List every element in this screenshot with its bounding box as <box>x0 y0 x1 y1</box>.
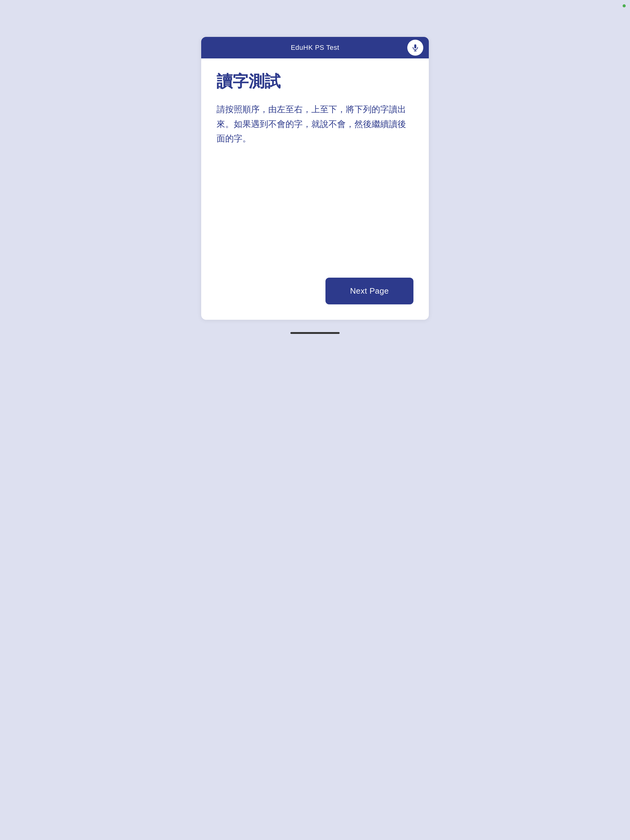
home-indicator <box>290 332 340 334</box>
mic-icon <box>411 44 419 52</box>
content-spacer <box>217 146 413 278</box>
status-indicator <box>623 4 626 7</box>
main-card: EduHK PS Test 讀字測試 請按照順序，由左至右，上至下，將下列的字讀… <box>201 37 429 320</box>
next-page-button[interactable]: Next Page <box>326 278 413 305</box>
card-body: 讀字測試 請按照順序，由左至右，上至下，將下列的字讀出來。如果遇到不會的字，就說… <box>201 58 429 320</box>
svg-rect-0 <box>414 44 416 48</box>
page-title: 讀字測試 <box>217 71 413 92</box>
page-instruction: 請按照順序，由左至右，上至下，將下列的字讀出來。如果遇到不會的字，就說不會，然後… <box>217 102 413 146</box>
card-header: EduHK PS Test <box>201 37 429 58</box>
app-title: EduHK PS Test <box>291 44 339 52</box>
mic-button[interactable] <box>407 39 423 56</box>
